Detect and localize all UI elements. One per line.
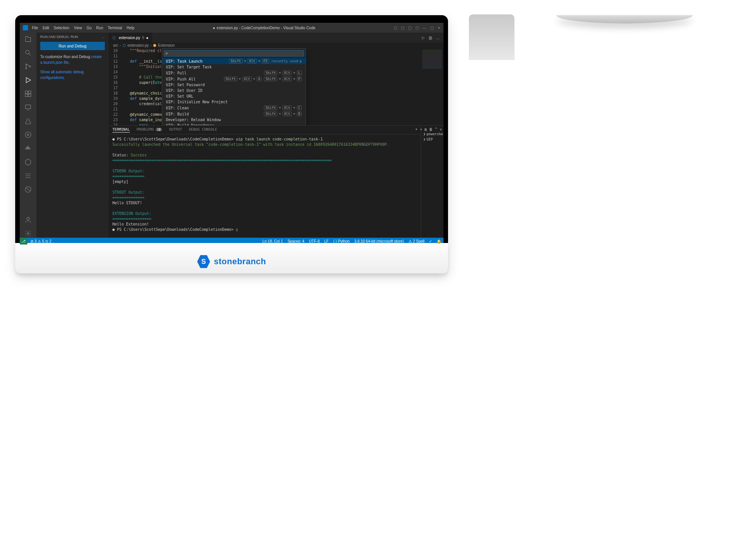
layout-icon[interactable]: ▢ [415, 26, 419, 30]
extensions-icon[interactable] [24, 90, 32, 98]
tab-badge: 8 [142, 36, 144, 40]
svg-rect-4 [25, 91, 28, 94]
status-item[interactable]: ⊘ 3 ⚠ 5 ⊙ 2 [30, 239, 52, 243]
hex-icon[interactable] [24, 158, 32, 166]
command-item[interactable]: UIP: Initialize New Project [162, 99, 306, 105]
status-item[interactable]: Spaces: 4 [287, 239, 304, 243]
status-item[interactable]: 3.8.10 64-bit (microsoft store) [354, 239, 404, 243]
svg-rect-8 [25, 105, 30, 109]
run-icon[interactable]: ▷ [422, 36, 425, 40]
svg-rect-6 [25, 94, 28, 97]
terminal-tab-output[interactable]: OUTPUT [169, 127, 182, 133]
vscode-logo-icon [23, 25, 28, 30]
command-item[interactable]: UIP: BuildShift + Alt + B [162, 111, 306, 117]
command-item[interactable]: UIP: CleanShift + Alt + C [162, 105, 306, 111]
layout-icon[interactable]: ▢ [394, 26, 397, 30]
dropdown-icon[interactable]: ▾ [420, 127, 422, 131]
close-icon[interactable]: ✕ [437, 26, 440, 30]
svg-point-0 [25, 50, 29, 54]
remote-icon[interactable] [24, 103, 32, 112]
command-item[interactable]: UIP: Task LaunchShift + Alt + F5recently… [162, 58, 306, 64]
menu-edit[interactable]: Edit [43, 26, 49, 30]
modified-dot-icon: ● [146, 36, 148, 40]
svg-rect-12 [29, 148, 30, 149]
split-icon[interactable]: ▥ [424, 127, 427, 131]
terminal-tab-terminal[interactable]: TERMINAL [112, 127, 130, 133]
titlebar: FileEditSelectionViewGoRunTerminalHelp e… [20, 23, 443, 33]
settings-gear-icon[interactable] [24, 229, 32, 238]
delete-icon[interactable]: 🗑 [429, 127, 433, 131]
maximize-icon[interactable]: ▢ [430, 26, 434, 30]
close-icon[interactable]: ✕ [440, 127, 442, 131]
minimap[interactable] [421, 48, 443, 125]
command-item[interactable]: Developer: Reload Window [162, 117, 306, 123]
account-icon[interactable] [24, 216, 32, 224]
svg-rect-7 [28, 94, 31, 97]
status-item[interactable]: LF [324, 239, 329, 243]
status-item[interactable]: ⎇ [20, 238, 27, 245]
command-item[interactable]: UIP: PullShift + Alt + L [162, 70, 306, 76]
sidebar-title: RUN AND DEBUG: RUN [40, 35, 78, 39]
menu-go[interactable]: Go [87, 26, 92, 30]
monitor-bezel: S stonebranch [15, 243, 448, 273]
monitor-stand [469, 14, 514, 60]
search-icon[interactable] [24, 49, 32, 57]
split-editor-icon[interactable]: ▥ [429, 36, 432, 40]
status-item[interactable]: ⚠ 2 Spell [409, 239, 424, 243]
menu-view[interactable]: View [74, 26, 82, 30]
status-item[interactable]: UTF-8 [309, 239, 320, 243]
command-item[interactable]: UIP: Set Password [162, 82, 306, 88]
source-control-icon[interactable] [24, 62, 32, 71]
chevron-up-icon[interactable]: ^ [435, 127, 437, 131]
command-item[interactable]: UIP: Build Dependency Wheel OnlyShift + … [162, 123, 306, 125]
menu-bar: FileEditSelectionViewGoRunTerminalHelp [32, 26, 134, 30]
layout-icon[interactable]: ▢ [408, 26, 412, 30]
menu-selection[interactable]: Selection [54, 26, 69, 30]
menu-terminal[interactable]: Terminal [108, 26, 122, 30]
status-item[interactable]: Ln 18, Col 1 [262, 239, 283, 243]
status-item[interactable]: { } Python [333, 239, 350, 243]
menu-file[interactable]: File [32, 26, 38, 30]
show-debug-configs-link[interactable]: Show all automatic debug configurations. [40, 70, 84, 80]
svg-point-1 [25, 64, 27, 65]
more-icon[interactable]: … [101, 35, 105, 39]
terminal-tab-debug console[interactable]: DEBUG CONSOLE [189, 127, 217, 133]
terminal-tab-problems[interactable]: PROBLEMS10 [137, 127, 162, 133]
svg-point-16 [27, 233, 29, 235]
terminal-instance[interactable]: ❯UIP [423, 137, 442, 142]
tab-label: extension.py [119, 36, 140, 40]
run-debug-sidebar: RUN AND DEBUG: RUN … Run and Debug To cu… [36, 33, 109, 238]
command-item[interactable]: UIP: Set User ID [162, 88, 306, 93]
svg-rect-5 [28, 91, 31, 94]
live-icon[interactable] [24, 131, 32, 139]
cancel-icon[interactable] [24, 185, 32, 194]
layout-icon[interactable]: ▢ [401, 26, 404, 30]
gear-icon[interactable]: ⚙ [300, 59, 302, 63]
command-palette-input[interactable]: > [164, 50, 304, 57]
command-item[interactable]: UIP: Set URL [162, 93, 306, 99]
more-icon[interactable]: … [436, 36, 440, 40]
minimize-icon[interactable]: — [423, 26, 426, 30]
testing-icon[interactable] [24, 117, 32, 125]
status-item[interactable]: ✓ [429, 239, 432, 243]
docker-icon[interactable] [24, 144, 32, 153]
terminal-icon: ❯ [423, 137, 425, 141]
terminal-output[interactable]: ● PS C:\Users\ScottSepe\Downloads\CodeCo… [109, 134, 421, 235]
explorer-icon[interactable] [24, 35, 32, 43]
window-controls: ▢ ▢ ▢ ▢ — ▢ ✕ [394, 26, 440, 30]
status-item[interactable]: 🔔 [437, 239, 441, 243]
breadcrumb[interactable]: src› ⬡extension.py› ⬢Extension [109, 43, 443, 48]
list-icon[interactable] [24, 172, 32, 180]
command-item[interactable]: UIP: Set Target Task [162, 64, 306, 70]
menu-run[interactable]: Run [96, 26, 103, 30]
run-and-debug-button[interactable]: Run and Debug [40, 42, 105, 50]
line-numbers: 1011121314151617181920212223242526272829… [109, 48, 121, 125]
tab-extension-py[interactable]: ⬡ extension.py 8 ● [109, 33, 152, 43]
new-terminal-icon[interactable]: + [415, 127, 418, 131]
monitor-base [556, 15, 693, 24]
run-debug-icon[interactable] [24, 76, 32, 84]
terminal-instance[interactable]: ❯powershell [423, 131, 442, 137]
menu-help[interactable]: Help [127, 26, 135, 30]
command-item[interactable]: UIP: Push AllShift + Alt + AShift + Alt … [162, 76, 306, 82]
activity-bar [20, 33, 36, 238]
